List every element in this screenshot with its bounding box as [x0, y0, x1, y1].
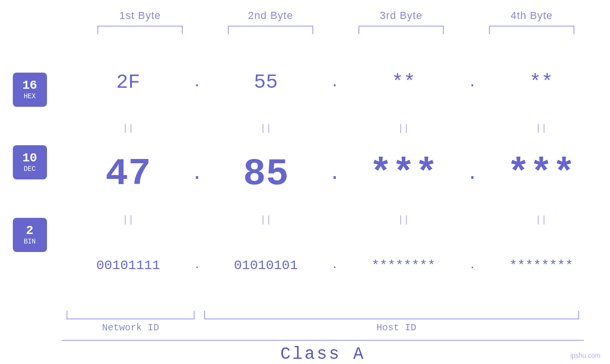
dec-byte2: 85	[206, 152, 325, 196]
bin-byte2: 01010101	[206, 258, 325, 273]
byte2-header: 2nd Byte	[206, 9, 336, 22]
hex-dot3: .	[463, 75, 482, 91]
dec-dot3: .	[463, 163, 482, 185]
top-brackets	[75, 26, 597, 34]
bin-badge: 2 BIN	[13, 218, 47, 252]
byte1-header: 1st Byte	[75, 9, 206, 22]
sep-row-2: || || || ||	[59, 213, 610, 227]
bin-row: 00101111 . 01010101 . ******** . *******…	[59, 227, 610, 309]
byte4-header: 4th Byte	[467, 9, 597, 22]
bracket-seg4	[467, 26, 597, 34]
class-label: Class A	[62, 345, 584, 364]
hex-byte1: 2F	[69, 71, 188, 94]
watermark: ipshu.com	[570, 352, 601, 359]
hex-dot2: .	[325, 75, 344, 91]
sep2-b2: ||	[206, 215, 325, 225]
bottom-brackets-row	[62, 311, 584, 319]
dec-dot2: .	[325, 163, 344, 185]
hex-badge-label: HEX	[24, 93, 36, 100]
sep1-b3: ||	[344, 123, 463, 134]
dec-badge-label: DEC	[24, 165, 36, 173]
host-id-label: Host ID	[209, 322, 584, 333]
hex-badge: 16 HEX	[13, 73, 47, 107]
bracket-seg2	[206, 26, 336, 34]
class-row: Class A	[62, 340, 584, 364]
hex-byte2: 55	[206, 71, 325, 94]
bottom-section: Network ID Host ID Class A	[0, 311, 610, 364]
bin-dot3: .	[463, 260, 482, 271]
bracket-top-3	[358, 26, 444, 34]
byte3-header: 3rd Byte	[336, 9, 467, 22]
bin-byte3: ********	[344, 258, 463, 273]
sep1-b1: ||	[69, 123, 188, 134]
dec-byte1: 47	[69, 152, 188, 196]
class-line	[62, 340, 584, 341]
labels-row: Network ID Host ID	[62, 322, 584, 333]
badges-column: 16 HEX 10 DEC 2 BIN	[0, 39, 59, 309]
main-container: 1st Byte 2nd Byte 3rd Byte 4th Byte 16 H…	[0, 0, 610, 364]
sep1-b4: ||	[482, 123, 601, 134]
bin-badge-label: BIN	[24, 238, 36, 245]
bracket-bottom-right	[204, 311, 579, 319]
bracket-top-4	[489, 26, 574, 34]
dec-badge: 10 DEC	[13, 145, 47, 179]
sep2-b1: ||	[69, 215, 188, 225]
bracket-bottom-left	[66, 311, 195, 319]
hex-dot1: .	[188, 75, 206, 91]
hex-row: 2F . 55 . ** . **	[59, 39, 610, 121]
sep1-b2: ||	[206, 123, 325, 134]
bin-byte1: 00101111	[69, 258, 188, 273]
bin-badge-number: 2	[26, 224, 34, 238]
dec-dot1: .	[188, 163, 206, 185]
bin-dot2: .	[325, 260, 344, 271]
data-columns: 2F . 55 . ** . ** || || || || 47	[59, 39, 610, 309]
sep-row-1: || || || ||	[59, 121, 610, 135]
dec-byte3: ***	[344, 152, 463, 196]
dec-byte4: ***	[482, 152, 601, 196]
dec-badge-number: 10	[22, 151, 37, 165]
network-id-label: Network ID	[62, 322, 199, 333]
bin-byte4: ********	[482, 258, 601, 273]
dec-row: 47 . 85 . *** . ***	[59, 135, 610, 213]
content-area: 16 HEX 10 DEC 2 BIN 2F . 55 . ** . **	[0, 39, 610, 309]
sep2-b3: ||	[344, 215, 463, 225]
bracket-top-2	[228, 26, 313, 34]
bracket-seg3	[336, 26, 467, 34]
hex-byte3: **	[344, 71, 463, 94]
bin-dot1: .	[188, 260, 206, 271]
hex-badge-number: 16	[22, 79, 37, 93]
hex-byte4: **	[482, 71, 601, 94]
bracket-seg1	[75, 26, 206, 34]
bracket-top-1	[97, 26, 183, 34]
byte-headers: 1st Byte 2nd Byte 3rd Byte 4th Byte	[75, 9, 597, 22]
sep2-b4: ||	[482, 215, 601, 225]
